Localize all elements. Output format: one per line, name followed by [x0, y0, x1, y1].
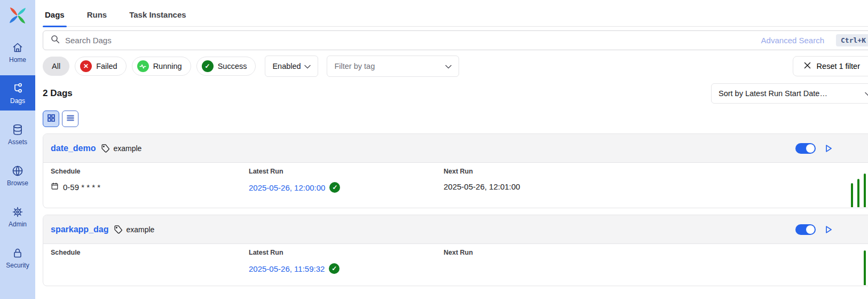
- grid-view-button[interactable]: [43, 111, 59, 127]
- tag-filter-select[interactable]: Filter by tag: [327, 56, 459, 77]
- shortcut-badge: Ctrl+K: [836, 34, 868, 46]
- sidebar-item-dags[interactable]: Dags: [0, 75, 35, 111]
- sidebar-item-assets[interactable]: Assets: [0, 116, 35, 152]
- latest-run-link[interactable]: 2025-05-26, 11:59:32: [249, 264, 325, 273]
- schedule-label: Schedule: [51, 168, 249, 175]
- search-icon: [51, 35, 60, 46]
- tag-placeholder: Filter by tag: [334, 62, 375, 70]
- running-circle-icon: [137, 60, 149, 72]
- list-icon: [66, 113, 75, 124]
- run-duration-bar[interactable]: [851, 183, 853, 207]
- enabled-filter-select[interactable]: Enabled: [265, 56, 318, 77]
- advanced-search-link[interactable]: Advanced Search: [761, 36, 824, 45]
- latest-run-label: Latest Run: [249, 249, 444, 256]
- chip-label: Success: [218, 62, 247, 70]
- tab-dags[interactable]: Dags: [43, 10, 67, 26]
- filter-chip-failed[interactable]: ✕ Failed: [75, 57, 127, 76]
- toggle-knob: [806, 225, 815, 234]
- chip-label: Running: [153, 62, 182, 70]
- next-run-label: Next Run: [444, 249, 473, 256]
- airflow-logo-icon[interactable]: [7, 5, 28, 28]
- filter-chip-success[interactable]: ✓ Success: [196, 57, 256, 76]
- sidebar-item-label: Security: [6, 262, 29, 269]
- close-icon: [804, 62, 811, 70]
- dag-card-body: Schedule 0-59 * * * * Latest Run 2025-05…: [43, 163, 868, 208]
- trigger-dag-button[interactable]: [824, 225, 833, 234]
- dag-name-link[interactable]: date_demo: [51, 144, 96, 153]
- list-view-button[interactable]: [62, 111, 78, 127]
- view-toggle-group: [43, 111, 868, 127]
- sidebar-item-label: Admin: [9, 221, 27, 227]
- run-duration-bar[interactable]: [864, 174, 866, 207]
- dags-icon: [11, 82, 24, 95]
- sidebar-item-admin[interactable]: Admin: [0, 199, 35, 234]
- calendar-icon: [51, 182, 59, 192]
- chevron-down-icon: [865, 89, 868, 98]
- run-duration-bars: [851, 174, 866, 207]
- latest-run-link[interactable]: 2025-05-26, 12:00:00: [249, 183, 325, 192]
- success-circle-icon: ✓: [202, 60, 214, 72]
- selected-sort: Sort by Latest Run Start Date…: [719, 89, 827, 98]
- sidebar-item-label: Dags: [10, 98, 25, 104]
- search-input[interactable]: [65, 36, 756, 45]
- next-run-label: Next Run: [444, 168, 520, 175]
- chevron-down-icon: [304, 62, 311, 70]
- top-tabbar: Dags Runs Task Instances: [43, 0, 868, 27]
- sidebar-item-label: Assets: [8, 139, 27, 145]
- dag-card-sparkapp-dag: sparkapp_dag example: [43, 215, 868, 286]
- run-duration-bar[interactable]: [864, 250, 866, 285]
- summary-row: 2 Dags Sort by Latest Run Start Date…: [43, 83, 868, 104]
- dag-pause-toggle[interactable]: [795, 143, 816, 154]
- airflow-app: Home Dags Assets: [0, 0, 868, 299]
- success-check-icon: ✓: [329, 182, 340, 193]
- tag-icon: [101, 144, 110, 153]
- dag-tag[interactable]: example: [126, 225, 154, 234]
- dag-card-header: sparkapp_dag example: [43, 215, 868, 244]
- tag-icon: [114, 225, 123, 234]
- run-duration-bar[interactable]: [857, 179, 859, 207]
- sidebar-item-security[interactable]: Security: [0, 240, 35, 275]
- dag-card-date-demo: date_demo example: [43, 133, 868, 208]
- chip-label: Failed: [96, 62, 117, 70]
- selected-value: Enabled: [272, 62, 301, 70]
- toggle-knob: [806, 144, 815, 153]
- dag-count-heading: 2 Dags: [43, 88, 73, 99]
- schedule-label: Schedule: [51, 249, 249, 256]
- schedule-value: 0-59 * * * *: [63, 183, 100, 192]
- dag-tag[interactable]: example: [113, 144, 141, 153]
- run-duration-bars: [864, 250, 866, 285]
- sidebar-item-label: Home: [9, 57, 26, 63]
- dag-card-body: Schedule Latest Run 2025-05-26, 11:59:32…: [43, 244, 868, 286]
- next-run-value: 2025-05-26, 12:01:00: [444, 182, 520, 191]
- filter-chip-running[interactable]: Running: [132, 57, 191, 76]
- grid-icon: [46, 113, 56, 124]
- sort-select[interactable]: Sort by Latest Run Start Date…: [711, 83, 868, 104]
- sidebar-item-home[interactable]: Home: [0, 34, 35, 69]
- home-icon: [11, 41, 24, 54]
- reset-filters-button[interactable]: Reset 1 filter: [793, 56, 868, 76]
- search-bar: Advanced Search Ctrl+K: [43, 30, 868, 50]
- tab-task-instances[interactable]: Task Instances: [127, 10, 188, 26]
- trigger-dag-button[interactable]: [824, 144, 833, 153]
- filter-chip-all[interactable]: All: [43, 57, 69, 76]
- filters-row: All ✕ Failed Running ✓ Success Enabled: [43, 56, 868, 77]
- assets-icon: [11, 123, 24, 136]
- browse-icon: [11, 164, 24, 177]
- security-icon: [11, 247, 24, 259]
- chip-label: All: [52, 62, 60, 70]
- chevron-down-icon: [445, 62, 452, 70]
- dag-name-link[interactable]: sparkapp_dag: [51, 225, 108, 234]
- tab-runs[interactable]: Runs: [85, 10, 109, 26]
- admin-icon: [11, 206, 24, 218]
- dag-card-header: date_demo example: [43, 134, 868, 163]
- sidebar: Home Dags Assets: [0, 0, 35, 299]
- failed-circle-icon: ✕: [80, 60, 92, 72]
- sidebar-item-label: Browse: [7, 180, 28, 186]
- main-content: Dags Runs Task Instances Advanced Search…: [35, 0, 868, 299]
- sidebar-item-browse[interactable]: Browse: [0, 158, 35, 193]
- success-check-icon: ✓: [329, 263, 340, 274]
- dag-pause-toggle[interactable]: [795, 224, 816, 235]
- reset-label: Reset 1 filter: [817, 62, 860, 70]
- latest-run-label: Latest Run: [249, 168, 444, 175]
